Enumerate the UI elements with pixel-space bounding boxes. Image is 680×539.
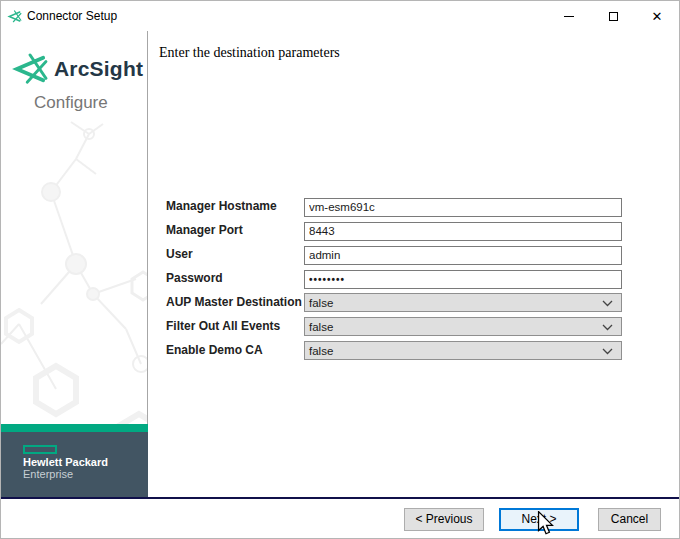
form-row-manager-hostname: Manager Hostname [149,197,680,216]
manager-port-label: Manager Port [166,221,243,240]
hpe-rectangle-icon [23,445,57,454]
filter-out-all-events-value: false [309,321,333,333]
aup-master-destination-select[interactable]: false [304,293,622,312]
arcsight-brand: ArcSight [11,53,143,85]
hpe-logo-line2: Enterprise [23,468,73,480]
form-row-user: User [149,245,680,264]
maximize-button[interactable] [591,1,635,31]
form-row-aup-master-destination: AUP Master Destination false [149,293,680,312]
aup-master-destination-value: false [309,297,333,309]
user-input[interactable] [304,246,622,265]
title-bar: Connector Setup ✕ [1,1,679,31]
form-row-enable-demo-ca: Enable Demo CA false [149,341,680,360]
close-icon: ✕ [652,9,663,24]
window-title: Connector Setup [27,9,117,23]
maximize-icon [609,12,618,21]
form-row-manager-port: Manager Port [149,221,680,240]
accent-bar [1,424,148,432]
aup-master-destination-label: AUP Master Destination [166,293,302,312]
minimize-button[interactable] [547,1,591,31]
enable-demo-ca-value: false [309,345,333,357]
filter-out-all-events-label: Filter Out All Events [166,317,280,336]
arcsight-logo-icon [11,53,49,85]
chevron-down-icon [602,300,613,307]
enable-demo-ca-label: Enable Demo CA [166,341,263,360]
form-row-filter-out-all-events: Filter Out All Events false [149,317,680,336]
connector-setup-window: Connector Setup ✕ [0,0,680,539]
chevron-down-icon [602,348,613,355]
wizard-step-label: Configure [34,93,108,113]
form-row-password: Password [149,269,680,288]
wizard-footer: < Previous Next > Cancel [1,499,680,539]
manager-port-input[interactable] [304,222,622,241]
wizard-content: Enter the destination parameters Manager… [149,31,680,497]
minimize-icon [564,16,574,17]
molecule-pattern-decoration [1,114,148,424]
arcsight-logo-icon [7,9,22,24]
hpe-logo-line1: Hewlett Packard [23,456,108,468]
page-title: Enter the destination parameters [159,45,340,61]
manager-hostname-input[interactable] [304,198,622,217]
manager-hostname-label: Manager Hostname [166,197,277,216]
filter-out-all-events-select[interactable]: false [304,317,622,336]
close-button[interactable]: ✕ [635,1,679,31]
wizard-sidebar: ArcSight Configure [1,31,148,424]
chevron-down-icon [602,324,613,331]
enable-demo-ca-select[interactable]: false [304,341,622,360]
password-input[interactable] [304,270,622,289]
mouse-cursor [537,511,554,535]
brand-name: ArcSight [54,57,143,81]
user-label: User [166,245,193,264]
password-label: Password [166,269,223,288]
cancel-button[interactable]: Cancel [598,508,661,531]
hpe-logo-block: Hewlett Packard Enterprise [1,432,148,497]
previous-button[interactable]: < Previous [404,508,484,531]
